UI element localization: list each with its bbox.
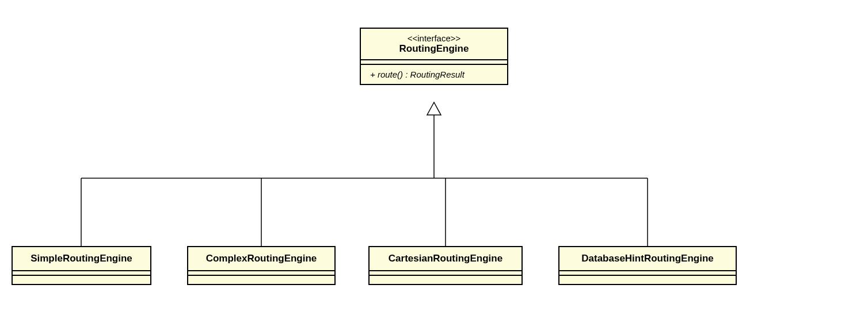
- interface-attrs-section: [361, 60, 507, 65]
- class-ops-section: [188, 276, 334, 284]
- interface-operation: + route() : RoutingResult: [361, 65, 507, 84]
- interface-header: <<interface>> RoutingEngine: [361, 29, 507, 60]
- class-attrs-section: [559, 271, 736, 276]
- class-header: SimpleRoutingEngine: [13, 247, 150, 271]
- class-simple-routing-engine: SimpleRoutingEngine: [12, 246, 151, 285]
- class-ops-section: [370, 276, 521, 284]
- class-header: ComplexRoutingEngine: [188, 247, 334, 271]
- class-attrs-section: [188, 271, 334, 276]
- class-ops-section: [559, 276, 736, 284]
- class-database-hint-routing-engine: DatabaseHintRoutingEngine: [558, 246, 737, 285]
- class-header: CartesianRoutingEngine: [370, 247, 521, 271]
- interface-routing-engine: <<interface>> RoutingEngine + route() : …: [360, 28, 508, 85]
- class-attrs-section: [370, 271, 521, 276]
- interface-name: RoutingEngine: [370, 43, 498, 55]
- class-complex-routing-engine: ComplexRoutingEngine: [187, 246, 336, 285]
- class-name-dbhint: DatabaseHintRoutingEngine: [570, 253, 725, 264]
- class-header: DatabaseHintRoutingEngine: [559, 247, 736, 271]
- class-attrs-section: [13, 271, 150, 276]
- class-ops-section: [13, 276, 150, 284]
- class-name-complex: ComplexRoutingEngine: [199, 253, 324, 264]
- stereotype-label: <<interface>>: [370, 33, 498, 43]
- class-name-cartesian: CartesianRoutingEngine: [380, 253, 511, 264]
- class-name-simple: SimpleRoutingEngine: [23, 253, 140, 264]
- generalization-arrowhead-icon: [427, 102, 441, 115]
- class-cartesian-routing-engine: CartesianRoutingEngine: [368, 246, 523, 285]
